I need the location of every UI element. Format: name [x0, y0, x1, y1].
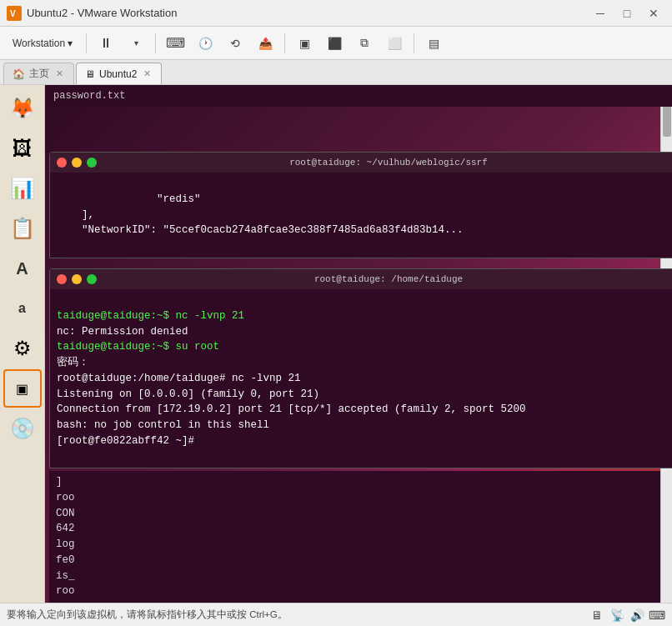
toolbar-separator-3 [284, 33, 285, 53]
terminal-main-line1: "redis" ], "NetworkID": "5ccef0cacb274a8… [57, 193, 464, 237]
sidebar: 🦊 🖼 📊 📋 A a ⚙ ▣ 💿 [0, 85, 45, 603]
terminal-line-7: Connection from [172.19.0.2] port 21 [tc… [57, 403, 526, 415]
term-close-btn[interactable] [57, 158, 67, 168]
bottom-line-2: roo [56, 490, 654, 506]
pause-button[interactable]: ⏸ [93, 31, 119, 56]
ubuntu-tab-icon: 🖥 [85, 68, 95, 80]
terminal-line-9: [root@fe0822abff42 ~]# [57, 435, 194, 447]
terminal-line-8: bash: no job control in this shell [57, 419, 269, 431]
bottom-line-4: 642 [56, 521, 654, 537]
maximize-button[interactable]: □ [615, 4, 639, 23]
toolbar: Workstation ▾ ⏸ ▾ ⌨ 🕐 ⟲ 📤 ▣ ⬛ ⧉ ⬜ ▤ [0, 27, 672, 60]
statusbar: 要将输入定向到该虚拟机，请将鼠标指针移入其中或按 Ctrl+G。 🖥 📡 🔊 ⌨ [0, 603, 672, 626]
toolbar-separator-4 [414, 33, 414, 53]
ubuntu-tab-label: Ubuntu2 [99, 68, 137, 80]
vm-viewport[interactable]: password.txt root@taiduge: ~/vulhub/webl… [45, 85, 672, 603]
dropdown-icon: ▾ [68, 38, 73, 49]
sidebar-icon-font[interactable]: A [3, 249, 42, 288]
vmware-icon: V [7, 6, 22, 21]
window-title: Ubuntu2 - VMware Workstation [27, 7, 589, 19]
bottom-line-1: ] [56, 474, 654, 490]
close-button[interactable]: ✕ [642, 4, 665, 23]
scrollbar-thumb[interactable] [663, 103, 671, 137]
sidebar-toggle-button[interactable]: ▤ [420, 31, 447, 56]
snapshot-button[interactable]: 🕐 [192, 31, 218, 56]
term2-close-btn[interactable] [57, 274, 67, 284]
bottom-line-5: log [56, 537, 654, 553]
bg-terminal-text: password.txt [53, 90, 125, 102]
tab-ubuntu2[interactable]: 🖥 Ubuntu2 ✕ [76, 63, 162, 84]
terminal-main[interactable]: root@taiduge: ~/vulhub/weblogic/ssrf "re… [49, 152, 672, 258]
dropdown-small-button[interactable]: ▾ [123, 31, 149, 56]
terminal-second-body[interactable]: taiduge@taiduge:~$ nc -lvnp 21 nc: Permi… [50, 289, 672, 468]
fullscreen-button[interactable]: ⬛ [321, 31, 348, 56]
sidebar-icon-settings[interactable]: ⚙ [3, 329, 42, 368]
term-maximize-btn[interactable] [87, 158, 97, 168]
term2-minimize-btn[interactable] [72, 274, 82, 284]
statusbar-icon-signal[interactable]: 📡 [609, 607, 625, 623]
terminal-main-titlebar: root@taiduge: ~/vulhub/weblogic/ssrf [50, 153, 672, 173]
statusbar-icon-audio[interactable]: 🔊 [629, 607, 645, 623]
terminal-line-2: nc: Permission denied [57, 326, 188, 338]
sidebar-icon-firefox[interactable]: 🦊 [3, 89, 42, 128]
bottom-line-6: fe0 [56, 553, 654, 568]
terminal-line-5: root@taiduge:/home/taiduge# nc -lvnp 21 [57, 373, 301, 384]
sidebar-icon-spreadsheet[interactable]: 📊 [3, 169, 42, 208]
sidebar-icon-dvd[interactable]: 💿 [3, 409, 42, 448]
terminal-line-4: 密码： [57, 357, 89, 368]
toolbar-separator-2 [155, 33, 156, 53]
sidebar-icon-document[interactable]: 📋 [3, 209, 42, 248]
home-tab-label: 主页 [29, 67, 49, 81]
titlebar: V Ubuntu2 - VMware Workstation ─ □ ✕ [0, 0, 672, 27]
ubuntu-tab-close[interactable]: ✕ [141, 68, 153, 80]
bottom-line-8: roo [56, 583, 654, 599]
term-minimize-btn[interactable] [72, 158, 82, 168]
tabbar: 🏠 主页 ✕ 🖥 Ubuntu2 ✕ [0, 60, 672, 85]
statusbar-icon-network[interactable]: 🖥 [589, 607, 605, 623]
toolbar-separator-1 [86, 33, 87, 53]
terminal-line-1: taiduge@taiduge:~$ nc -lvnp 21 [57, 310, 244, 322]
sidebar-icon-amazon[interactable]: a [3, 289, 42, 328]
term2-maximize-btn[interactable] [87, 274, 97, 284]
status-message: 要将输入定向到该虚拟机，请将鼠标指针移入其中或按 Ctrl+G。 [7, 608, 288, 621]
bottom-line-3: CON [56, 506, 654, 522]
stretch-button[interactable]: ⬜ [381, 31, 408, 56]
terminal-line-3: taiduge@taiduge:~$ su root [57, 341, 219, 353]
terminal-second-title: root@taiduge: /home/taiduge [102, 274, 672, 284]
sidebar-icon-terminal[interactable]: ▣ [3, 369, 42, 408]
unity-button[interactable]: ⧉ [351, 31, 378, 56]
send-ctrl-alt-del-button[interactable]: ⌨ [162, 31, 188, 56]
main-content: 🦊 🖼 📊 📋 A a ⚙ ▣ 💿 password.txt root@taid… [0, 85, 672, 603]
terminal-main-body: "redis" ], "NetworkID": "5ccef0cacb274a8… [50, 173, 672, 258]
minimize-button[interactable]: ─ [589, 4, 612, 23]
terminal-second-titlebar: root@taiduge: /home/taiduge [50, 269, 672, 289]
tab-home[interactable]: 🏠 主页 ✕ [3, 63, 74, 84]
view-button[interactable]: ▣ [291, 31, 318, 56]
terminal-bottom-overflow: ] roo CON 642 log fe0 is_ roo [49, 471, 660, 603]
workstation-label: Workstation [13, 38, 65, 49]
home-tab-close[interactable]: ✕ [53, 68, 65, 80]
window-controls: ─ □ ✕ [589, 4, 665, 23]
sidebar-icon-files[interactable]: 🖼 [3, 129, 42, 168]
home-tab-icon: 🏠 [13, 68, 25, 80]
share-button[interactable]: 📤 [252, 31, 278, 56]
terminal-second[interactable]: root@taiduge: /home/taiduge taiduge@taid… [49, 268, 672, 468]
bottom-line-7: is_ [56, 568, 654, 584]
svg-text:V: V [10, 9, 16, 18]
terminal-background: password.txt [45, 85, 672, 107]
statusbar-icon-keyboard[interactable]: ⌨ [649, 607, 665, 623]
workstation-menu-button[interactable]: Workstation ▾ [5, 31, 80, 56]
terminal-line-6: Listening on [0.0.0.0] (family 0, port 2… [57, 388, 319, 400]
revert-button[interactable]: ⟲ [222, 31, 248, 56]
terminal-main-title: root@taiduge: ~/vulhub/weblogic/ssrf [102, 158, 672, 168]
statusbar-right: 🖥 📡 🔊 ⌨ [589, 607, 665, 623]
